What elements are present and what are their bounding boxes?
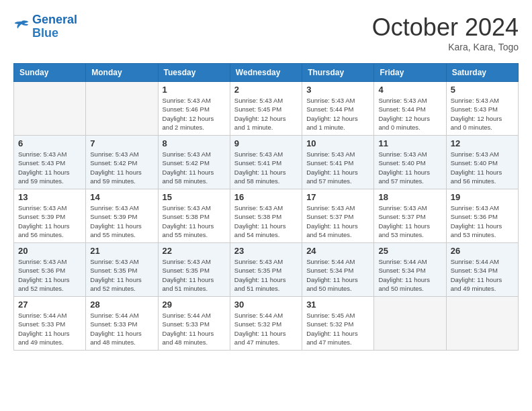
calendar-cell: 1Sunrise: 5:43 AMSunset: 5:46 PMDaylight…	[158, 82, 230, 136]
calendar-cell: 19Sunrise: 5:43 AMSunset: 5:36 PMDayligh…	[446, 189, 518, 243]
day-info: Sunrise: 5:43 AMSunset: 5:41 PMDaylight:…	[306, 150, 369, 185]
day-info: Sunrise: 5:43 AMSunset: 5:43 PMDaylight:…	[451, 96, 514, 132]
day-number: 20	[18, 246, 81, 256]
calendar-cell	[446, 297, 518, 351]
calendar-cell: 12Sunrise: 5:43 AMSunset: 5:40 PMDayligh…	[446, 136, 518, 189]
calendar-cell: 20Sunrise: 5:43 AMSunset: 5:36 PMDayligh…	[14, 243, 86, 297]
calendar-cell: 3Sunrise: 5:43 AMSunset: 5:44 PMDaylight…	[302, 82, 374, 136]
calendar-cell: 28Sunrise: 5:44 AMSunset: 5:33 PMDayligh…	[86, 297, 158, 351]
calendar-cell: 9Sunrise: 5:43 AMSunset: 5:41 PMDaylight…	[230, 136, 302, 189]
calendar-header-friday: Friday	[374, 64, 446, 82]
day-number: 9	[234, 138, 298, 148]
calendar-week-row: 1Sunrise: 5:43 AMSunset: 5:46 PMDaylight…	[14, 82, 519, 136]
day-info: Sunrise: 5:43 AMSunset: 5:38 PMDaylight:…	[234, 203, 298, 239]
day-number: 22	[163, 246, 226, 256]
calendar-cell: 6Sunrise: 5:43 AMSunset: 5:43 PMDaylight…	[14, 136, 86, 189]
calendar-cell	[14, 82, 86, 136]
calendar-cell: 30Sunrise: 5:44 AMSunset: 5:32 PMDayligh…	[230, 297, 302, 351]
calendar-week-row: 6Sunrise: 5:43 AMSunset: 5:43 PMDaylight…	[14, 136, 519, 189]
calendar-cell: 14Sunrise: 5:43 AMSunset: 5:39 PMDayligh…	[86, 189, 158, 243]
calendar-cell: 7Sunrise: 5:43 AMSunset: 5:42 PMDaylight…	[86, 136, 158, 189]
title-area: October 2024 Kara, Kara, Togo	[372, 13, 519, 52]
day-number: 6	[18, 138, 81, 148]
day-number: 7	[90, 138, 153, 148]
day-info: Sunrise: 5:43 AMSunset: 5:38 PMDaylight:…	[163, 203, 226, 239]
calendar-cell: 13Sunrise: 5:43 AMSunset: 5:39 PMDayligh…	[14, 189, 86, 243]
day-number: 23	[234, 246, 298, 256]
calendar-cell: 25Sunrise: 5:44 AMSunset: 5:34 PMDayligh…	[374, 243, 446, 297]
day-info: Sunrise: 5:43 AMSunset: 5:42 PMDaylight:…	[90, 150, 153, 185]
day-number: 28	[90, 300, 153, 310]
day-info: Sunrise: 5:43 AMSunset: 5:35 PMDaylight:…	[234, 257, 298, 293]
day-number: 16	[234, 192, 298, 202]
calendar-cell: 15Sunrise: 5:43 AMSunset: 5:38 PMDayligh…	[158, 189, 230, 243]
location: Kara, Kara, Togo	[372, 42, 519, 52]
calendar-cell: 8Sunrise: 5:43 AMSunset: 5:42 PMDaylight…	[158, 136, 230, 189]
day-info: Sunrise: 5:44 AMSunset: 5:33 PMDaylight:…	[163, 311, 226, 347]
logo: General Blue	[13, 13, 77, 40]
day-number: 31	[306, 300, 369, 310]
day-number: 18	[378, 192, 441, 202]
page-header: General Blue October 2024 Kara, Kara, To…	[13, 13, 519, 52]
calendar-cell: 23Sunrise: 5:43 AMSunset: 5:35 PMDayligh…	[230, 243, 302, 297]
day-info: Sunrise: 5:43 AMSunset: 5:40 PMDaylight:…	[378, 150, 441, 185]
day-info: Sunrise: 5:43 AMSunset: 5:41 PMDaylight:…	[234, 150, 298, 185]
day-info: Sunrise: 5:43 AMSunset: 5:36 PMDaylight:…	[451, 203, 514, 239]
day-info: Sunrise: 5:43 AMSunset: 5:37 PMDaylight:…	[306, 203, 369, 239]
logo-bird-icon	[13, 19, 30, 32]
day-info: Sunrise: 5:44 AMSunset: 5:33 PMDaylight:…	[18, 311, 81, 347]
calendar-cell: 2Sunrise: 5:43 AMSunset: 5:45 PMDaylight…	[230, 82, 302, 136]
day-info: Sunrise: 5:43 AMSunset: 5:45 PMDaylight:…	[234, 96, 298, 132]
day-info: Sunrise: 5:43 AMSunset: 5:37 PMDaylight:…	[378, 203, 441, 239]
day-info: Sunrise: 5:44 AMSunset: 5:33 PMDaylight:…	[90, 311, 153, 347]
calendar-header-row: SundayMondayTuesdayWednesdayThursdayFrid…	[14, 64, 519, 82]
day-info: Sunrise: 5:44 AMSunset: 5:34 PMDaylight:…	[306, 257, 369, 293]
month-title: October 2024	[372, 13, 519, 42]
calendar-week-row: 13Sunrise: 5:43 AMSunset: 5:39 PMDayligh…	[14, 189, 519, 243]
calendar-cell: 24Sunrise: 5:44 AMSunset: 5:34 PMDayligh…	[302, 243, 374, 297]
day-info: Sunrise: 5:43 AMSunset: 5:46 PMDaylight:…	[163, 96, 226, 132]
calendar-cell: 16Sunrise: 5:43 AMSunset: 5:38 PMDayligh…	[230, 189, 302, 243]
day-number: 21	[90, 246, 153, 256]
day-info: Sunrise: 5:43 AMSunset: 5:40 PMDaylight:…	[451, 150, 514, 185]
calendar-cell: 21Sunrise: 5:43 AMSunset: 5:35 PMDayligh…	[86, 243, 158, 297]
calendar-header-tuesday: Tuesday	[158, 64, 230, 82]
calendar-cell: 31Sunrise: 5:45 AMSunset: 5:32 PMDayligh…	[302, 297, 374, 351]
calendar-header-monday: Monday	[86, 64, 158, 82]
day-info: Sunrise: 5:44 AMSunset: 5:34 PMDaylight:…	[378, 257, 441, 293]
calendar-week-row: 27Sunrise: 5:44 AMSunset: 5:33 PMDayligh…	[14, 297, 519, 351]
calendar-header-saturday: Saturday	[446, 64, 518, 82]
day-info: Sunrise: 5:43 AMSunset: 5:39 PMDaylight:…	[90, 203, 153, 239]
day-info: Sunrise: 5:43 AMSunset: 5:35 PMDaylight:…	[163, 257, 226, 293]
calendar-cell: 22Sunrise: 5:43 AMSunset: 5:35 PMDayligh…	[158, 243, 230, 297]
day-info: Sunrise: 5:43 AMSunset: 5:44 PMDaylight:…	[306, 96, 369, 132]
day-number: 12	[451, 138, 514, 148]
day-number: 19	[451, 192, 514, 202]
day-number: 5	[451, 85, 514, 95]
calendar-header-sunday: Sunday	[14, 64, 86, 82]
day-number: 30	[234, 300, 298, 310]
day-info: Sunrise: 5:44 AMSunset: 5:32 PMDaylight:…	[234, 311, 298, 347]
day-info: Sunrise: 5:44 AMSunset: 5:34 PMDaylight:…	[451, 257, 514, 293]
day-info: Sunrise: 5:45 AMSunset: 5:32 PMDaylight:…	[306, 311, 369, 347]
calendar-cell: 10Sunrise: 5:43 AMSunset: 5:41 PMDayligh…	[302, 136, 374, 189]
day-number: 27	[18, 300, 81, 310]
day-number: 11	[378, 138, 441, 148]
calendar-cell: 17Sunrise: 5:43 AMSunset: 5:37 PMDayligh…	[302, 189, 374, 243]
day-number: 2	[234, 85, 298, 95]
day-number: 4	[378, 85, 441, 95]
day-info: Sunrise: 5:43 AMSunset: 5:39 PMDaylight:…	[18, 203, 81, 239]
day-number: 15	[163, 192, 226, 202]
logo-text: General Blue	[32, 13, 77, 40]
calendar-cell: 29Sunrise: 5:44 AMSunset: 5:33 PMDayligh…	[158, 297, 230, 351]
day-number: 24	[306, 246, 369, 256]
calendar-cell: 18Sunrise: 5:43 AMSunset: 5:37 PMDayligh…	[374, 189, 446, 243]
calendar-cell	[86, 82, 158, 136]
day-info: Sunrise: 5:43 AMSunset: 5:36 PMDaylight:…	[18, 257, 81, 293]
calendar-cell	[374, 297, 446, 351]
calendar-week-row: 20Sunrise: 5:43 AMSunset: 5:36 PMDayligh…	[14, 243, 519, 297]
day-number: 8	[163, 138, 226, 148]
calendar-cell: 11Sunrise: 5:43 AMSunset: 5:40 PMDayligh…	[374, 136, 446, 189]
day-number: 3	[306, 85, 369, 95]
day-number: 10	[306, 138, 369, 148]
